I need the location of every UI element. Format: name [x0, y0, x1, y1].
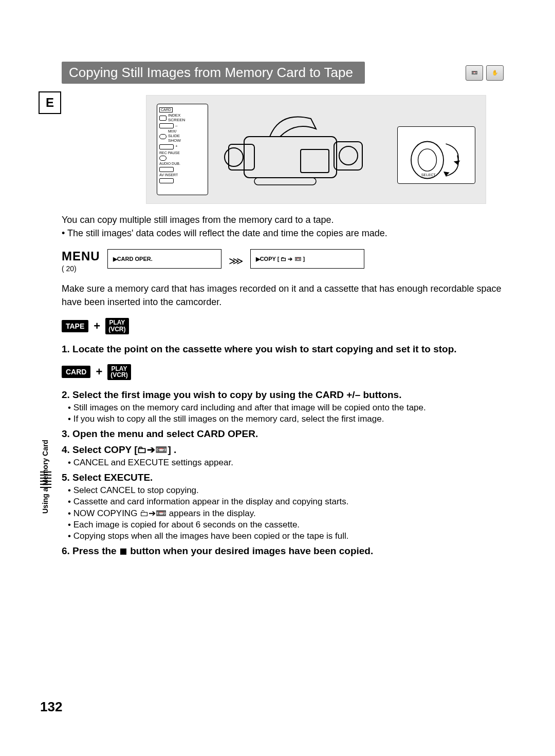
section-side-label: Using a Memory Card — [41, 440, 49, 514]
step-1: 1. Locate the point on the cassette wher… — [62, 344, 504, 355]
intro-text: You can copy multiple still images from … — [62, 213, 504, 240]
camcorder-diagram — [224, 106, 378, 193]
svg-point-2 — [225, 148, 243, 166]
intro-bullet: The still images' data codes will reflec… — [67, 228, 387, 238]
illustration-panel: CARD INDEX SCREEN – MIX/ SLIDE SHOW + RE… — [146, 95, 486, 204]
step-4-bullet-1: CANCEL and EXECUTE settings appear. — [75, 458, 504, 468]
dial-select-label: SELECT — [421, 173, 436, 177]
audiodub-button-icon — [159, 167, 174, 172]
rec-button-icon — [159, 156, 166, 161]
step-6-pre: 6. Press the — [62, 545, 119, 556]
ff-button-icon — [159, 144, 174, 149]
step-5-bullet-4: Each image is copied for about 6 seconds… — [75, 520, 504, 530]
step-5-bullet-3: NOW COPYING 🗀➔📼 appears in the display. — [75, 508, 504, 519]
remote-recpause-label: REC PAUSE — [159, 151, 206, 155]
menu-row: MENU ( 20) ▶CARD OPER. ⋙ ▶COPY [ 🗀 ➔ 📼 ] — [62, 249, 504, 273]
stop-icon — [120, 549, 126, 555]
rew-button-icon — [159, 123, 174, 128]
manual-page: E Copying Still Images from Memory Card … — [0, 0, 555, 756]
step-2: 2. Select the first image you wish to co… — [62, 389, 504, 401]
step-2-bullet-1: Still images on the memory card includin… — [75, 403, 504, 413]
header-row: Copying Still Images from Memory Card to… — [62, 62, 504, 84]
svg-marker-9 — [453, 160, 460, 164]
cassette-icon: 📼 — [466, 65, 483, 81]
step-5-bullet-5: Copying stops when all the images have b… — [75, 531, 504, 541]
play-pause-button-icon — [159, 134, 166, 139]
svg-rect-0 — [244, 137, 337, 178]
card-tag: CARD — [62, 366, 90, 378]
menu-box-copy: ▶COPY [ 🗀 ➔ 📼 ] — [250, 249, 364, 269]
svg-point-5 — [339, 146, 358, 165]
page-number: 132 — [40, 699, 62, 715]
dial-svg: SELECT — [402, 130, 471, 181]
menu-label: MENU — [62, 249, 100, 263]
intro-line: You can copy multiple still images from … — [62, 215, 334, 225]
remote-card-label: CARD — [159, 107, 173, 112]
remote-diagram: CARD INDEX SCREEN – MIX/ SLIDE SHOW + RE… — [157, 104, 208, 195]
step-4: 4. Select COPY [🗀➔📼] . — [62, 444, 504, 456]
step-2-bullet-2: If you wish to copy all the still images… — [75, 414, 504, 424]
avinsert-button-icon — [159, 178, 174, 183]
mode-icons: 📼 ✋ — [466, 65, 504, 81]
card-mode-row: CARD + PLAY(VCR) — [62, 364, 504, 380]
step-5-bullet-1: Select CANCEL to stop copying. — [75, 485, 504, 496]
camcorder-svg — [224, 106, 378, 193]
play-vcr-tag: PLAY(VCR) — [105, 318, 128, 334]
remote-avinsert-label: AV INSERT — [159, 173, 206, 177]
remote-index-label: INDEX SCREEN — [168, 114, 185, 123]
remote-mix-label: MIX/ SLIDE SHOW — [168, 129, 181, 143]
tape-tag: TAPE — [62, 320, 88, 332]
svg-rect-3 — [301, 149, 329, 173]
remote-audiodub-label: AUDIO DUB. — [159, 162, 206, 166]
play-vcr-tag: PLAY(VCR) — [107, 364, 131, 380]
stop-button-icon — [159, 116, 166, 121]
select-dial-diagram: SELECT — [397, 126, 475, 184]
plus-icon: + — [94, 319, 100, 333]
menu-arrow-icon: ⋙ — [229, 255, 243, 267]
step-6: 6. Press the button when your desired im… — [62, 545, 504, 557]
tape-mode-row: TAPE + PLAY(VCR) — [62, 318, 504, 334]
plus-icon: + — [96, 365, 102, 379]
menu-page-ref: ( 20) — [62, 264, 100, 273]
precondition-text: Make sure a memory card that has images … — [62, 282, 504, 309]
step-5-bullet-2: Cassette and card information appear in … — [75, 497, 504, 507]
svg-point-8 — [418, 148, 436, 171]
step-5: 5. Select EXECUTE. — [62, 472, 504, 483]
hand-icon: ✋ — [486, 65, 504, 81]
menu-box-cardoper: ▶CARD OPER. — [107, 249, 221, 269]
svg-rect-6 — [254, 178, 316, 185]
language-badge: E — [39, 91, 61, 114]
page-title: Copying Still Images from Memory Card to… — [62, 62, 365, 84]
menu-label-block: MENU ( 20) — [62, 249, 100, 273]
step-6-post: button when your desired images have bee… — [127, 545, 373, 556]
step-3: 3. Open the menu and select CARD OPER. — [62, 428, 504, 440]
